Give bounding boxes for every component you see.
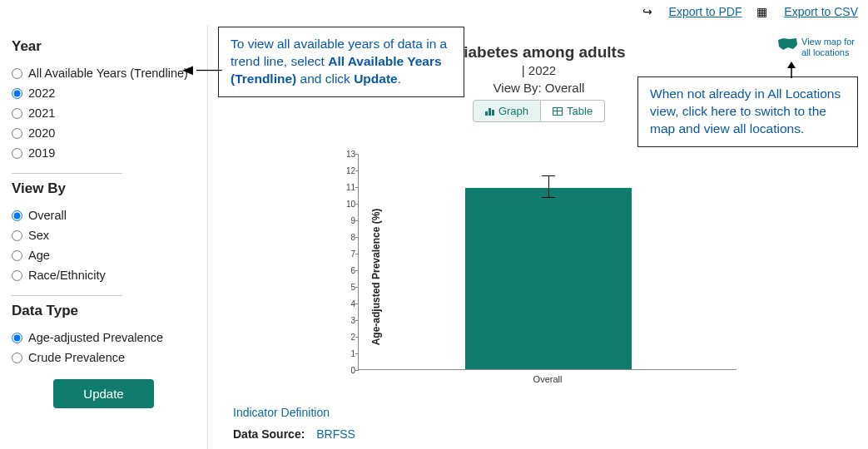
callout-text: . [398, 72, 401, 86]
view-map-link[interactable]: View map for all locations [776, 37, 860, 58]
callout-text: When not already in All Locations view, … [650, 86, 841, 136]
footer-links: Indicator Definition Data Source: BRFSS [233, 406, 355, 441]
y-tick: 12 [340, 166, 355, 175]
year-option-label: 2021 [28, 106, 55, 120]
export-csv-link[interactable]: Export to CSV [784, 5, 858, 18]
y-tick: 5 [340, 283, 355, 292]
viewby-option-label: Overall [28, 209, 67, 222]
chart-bar [465, 188, 632, 369]
arrow-icon [784, 62, 799, 78]
x-axis-label: Overall [359, 374, 737, 384]
chart-area: Age-adjusted Prevalence (%) Overall 0123… [333, 154, 749, 399]
error-cap [542, 197, 555, 198]
svg-marker-1 [787, 62, 796, 68]
y-tick: 0 [340, 366, 355, 375]
map-link-line: all locations [801, 47, 855, 58]
y-tick: 7 [340, 249, 355, 259]
year-option-label: All Available Years (Trendline) [28, 67, 188, 80]
y-tick: 6 [340, 266, 355, 275]
datatype-option-label: Crude Prevalence [28, 351, 125, 364]
arrow-icon: ◄── [179, 62, 222, 79]
viewby-option-race[interactable]: Race/Ethnicity [12, 265, 196, 285]
error-bar [548, 175, 549, 197]
viewby-option-overall[interactable]: Overall [12, 205, 196, 225]
export-links: ↪ Export to PDF ▦ Export to CSV [642, 5, 858, 18]
year-option-trendline[interactable]: All Available Years (Trendline) [12, 63, 196, 83]
divider [12, 295, 122, 296]
data-source-label: Data Source: [233, 427, 305, 441]
graph-toggle-button[interactable]: Graph [473, 100, 541, 122]
year-heading: Year [12, 38, 196, 55]
update-button[interactable]: Update [53, 379, 153, 408]
error-cap [542, 175, 555, 176]
y-tick: 8 [340, 233, 355, 242]
year-option-2021[interactable]: 2021 [12, 103, 196, 123]
map-link-line: View map for [801, 37, 855, 47]
datatype-radio-group: Age-adjusted Prevalence Crude Prevalence [12, 328, 196, 368]
toggle-label: Table [567, 105, 593, 117]
viewby-option-label: Sex [28, 229, 49, 242]
y-tick: 11 [340, 183, 355, 192]
map-icon [776, 37, 798, 52]
table-icon [553, 107, 563, 116]
viewby-option-label: Race/Ethnicity [28, 269, 106, 282]
y-tick: 3 [340, 316, 355, 325]
share-icon: ↪ [642, 5, 652, 18]
year-radio-group: All Available Years (Trendline) 2022 202… [12, 63, 196, 163]
chart-plot: Overall 012345678910111213 [358, 154, 737, 370]
callout-text-bold: Update [354, 72, 398, 86]
chart-viewby-prefix: View By: [494, 81, 545, 95]
y-tick: 4 [340, 299, 355, 308]
callout-map: When not already in All Locations view, … [637, 76, 858, 147]
datatype-heading: Data Type [12, 303, 196, 319]
callout-trendline: To view all available years of data in a… [218, 27, 464, 97]
y-tick: 2 [340, 333, 355, 342]
year-option-2020[interactable]: 2020 [12, 123, 196, 143]
year-option-label: 2022 [28, 86, 55, 100]
viewby-heading: View By [12, 180, 196, 197]
year-option-2019[interactable]: 2019 [12, 143, 196, 163]
viewby-radio-group: Overall Sex Age Race/Ethnicity [12, 205, 196, 285]
datatype-option-label: Age-adjusted Prevalence [28, 331, 163, 344]
export-pdf-link[interactable]: Export to PDF [669, 5, 742, 18]
callout-text: and click [296, 72, 354, 86]
divider [12, 173, 122, 174]
y-tick: 1 [340, 349, 355, 358]
y-tick: 10 [340, 200, 355, 209]
viewby-option-sex[interactable]: Sex [12, 225, 196, 245]
indicator-definition-link[interactable]: Indicator Definition [233, 406, 355, 419]
datatype-option-crude[interactable]: Crude Prevalence [12, 348, 196, 368]
bar-chart-icon [485, 107, 494, 116]
y-tick: 9 [340, 216, 355, 225]
chart-viewby-value: Overall [545, 81, 585, 95]
year-option-label: 2019 [28, 146, 55, 160]
data-source-link[interactable]: BRFSS [316, 427, 355, 441]
year-option-label: 2020 [28, 126, 55, 140]
toggle-label: Graph [498, 105, 528, 117]
csv-icon: ▦ [756, 5, 767, 18]
map-link-text: View map for all locations [801, 37, 855, 58]
year-option-2022[interactable]: 2022 [12, 83, 196, 103]
y-tick: 13 [340, 150, 355, 159]
viewby-option-label: Age [28, 249, 50, 262]
table-toggle-button[interactable]: Table [541, 100, 605, 122]
datatype-option-ageadj[interactable]: Age-adjusted Prevalence [12, 328, 196, 348]
filter-sidebar: Year All Available Years (Trendline) 202… [0, 25, 208, 449]
viewby-option-age[interactable]: Age [12, 245, 196, 265]
